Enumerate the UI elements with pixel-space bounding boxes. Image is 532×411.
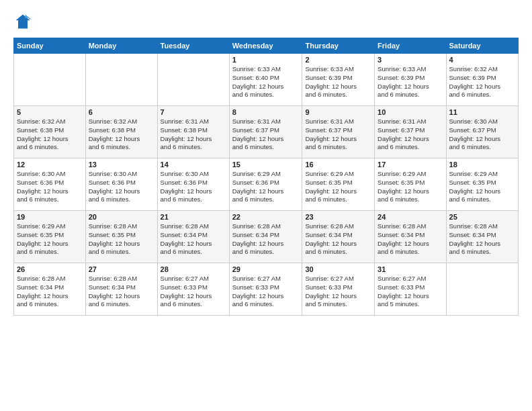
day-info: Sunrise: 6:32 AM Sunset: 6:39 PM Dayligh… bbox=[449, 65, 515, 99]
calendar-cell: 29Sunrise: 6:27 AM Sunset: 6:33 PM Dayli… bbox=[229, 263, 302, 316]
calendar-cell bbox=[446, 263, 518, 316]
day-number: 22 bbox=[232, 213, 300, 221]
page: SundayMondayTuesdayWednesdayThursdayFrid… bbox=[0, 0, 532, 411]
calendar-cell: 30Sunrise: 6:27 AM Sunset: 6:33 PM Dayli… bbox=[302, 263, 375, 316]
calendar-cell: 16Sunrise: 6:29 AM Sunset: 6:35 PM Dayli… bbox=[302, 158, 375, 211]
calendar-cell: 18Sunrise: 6:29 AM Sunset: 6:35 PM Dayli… bbox=[446, 158, 518, 211]
day-info: Sunrise: 6:28 AM Sunset: 6:34 PM Dayligh… bbox=[89, 275, 154, 309]
day-number: 12 bbox=[17, 161, 83, 169]
day-info: Sunrise: 6:29 AM Sunset: 6:35 PM Dayligh… bbox=[305, 170, 371, 204]
day-number: 9 bbox=[305, 108, 371, 116]
day-info: Sunrise: 6:28 AM Sunset: 6:34 PM Dayligh… bbox=[305, 222, 371, 257]
day-info: Sunrise: 6:29 AM Sunset: 6:35 PM Dayligh… bbox=[378, 170, 443, 204]
calendar-cell: 2Sunrise: 6:33 AM Sunset: 6:39 PM Daylig… bbox=[302, 54, 375, 106]
calendar-cell: 25Sunrise: 6:28 AM Sunset: 6:34 PM Dayli… bbox=[446, 211, 518, 263]
day-number: 21 bbox=[161, 213, 226, 221]
calendar-cell: 7Sunrise: 6:31 AM Sunset: 6:38 PM Daylig… bbox=[157, 106, 229, 158]
weekday-header-tuesday: Tuesday bbox=[157, 38, 229, 54]
day-info: Sunrise: 6:27 AM Sunset: 6:33 PM Dayligh… bbox=[305, 275, 371, 309]
weekday-header-wednesday: Wednesday bbox=[229, 38, 302, 54]
calendar-cell: 20Sunrise: 6:28 AM Sunset: 6:35 PM Dayli… bbox=[85, 211, 157, 263]
day-number: 7 bbox=[161, 108, 226, 116]
day-number: 8 bbox=[232, 108, 300, 116]
day-number: 28 bbox=[161, 265, 226, 273]
calendar-cell: 26Sunrise: 6:28 AM Sunset: 6:34 PM Dayli… bbox=[14, 263, 86, 316]
day-number: 2 bbox=[305, 56, 371, 64]
day-number: 13 bbox=[89, 161, 154, 169]
weekday-header-monday: Monday bbox=[85, 38, 157, 54]
day-info: Sunrise: 6:29 AM Sunset: 6:35 PM Dayligh… bbox=[449, 170, 515, 204]
calendar-cell bbox=[157, 54, 229, 106]
week-row-2: 5Sunrise: 6:32 AM Sunset: 6:38 PM Daylig… bbox=[14, 106, 519, 158]
day-number: 25 bbox=[449, 213, 515, 221]
weekday-header-thursday: Thursday bbox=[302, 38, 375, 54]
calendar-cell: 3Sunrise: 6:33 AM Sunset: 6:39 PM Daylig… bbox=[375, 54, 446, 106]
day-number: 10 bbox=[378, 108, 443, 116]
day-info: Sunrise: 6:30 AM Sunset: 6:36 PM Dayligh… bbox=[17, 170, 83, 204]
calendar-cell bbox=[14, 54, 86, 106]
calendar-cell: 24Sunrise: 6:28 AM Sunset: 6:34 PM Dayli… bbox=[375, 211, 446, 263]
day-info: Sunrise: 6:29 AM Sunset: 6:35 PM Dayligh… bbox=[17, 222, 83, 257]
day-number: 31 bbox=[378, 265, 443, 273]
day-info: Sunrise: 6:31 AM Sunset: 6:37 PM Dayligh… bbox=[378, 118, 443, 152]
day-info: Sunrise: 6:27 AM Sunset: 6:33 PM Dayligh… bbox=[161, 275, 226, 309]
day-number: 6 bbox=[89, 108, 154, 116]
logo-icon bbox=[13, 12, 32, 31]
calendar-cell: 17Sunrise: 6:29 AM Sunset: 6:35 PM Dayli… bbox=[375, 158, 446, 211]
day-info: Sunrise: 6:27 AM Sunset: 6:33 PM Dayligh… bbox=[378, 275, 443, 309]
calendar-cell: 28Sunrise: 6:27 AM Sunset: 6:33 PM Dayli… bbox=[157, 263, 229, 316]
calendar-cell: 31Sunrise: 6:27 AM Sunset: 6:33 PM Dayli… bbox=[375, 263, 446, 316]
calendar-cell: 10Sunrise: 6:31 AM Sunset: 6:37 PM Dayli… bbox=[375, 106, 446, 158]
day-number: 18 bbox=[449, 161, 515, 169]
day-number: 3 bbox=[378, 56, 443, 64]
calendar-cell: 27Sunrise: 6:28 AM Sunset: 6:34 PM Dayli… bbox=[85, 263, 157, 316]
day-info: Sunrise: 6:30 AM Sunset: 6:36 PM Dayligh… bbox=[89, 170, 154, 204]
day-number: 11 bbox=[449, 108, 515, 116]
logo bbox=[13, 12, 35, 31]
calendar-cell: 13Sunrise: 6:30 AM Sunset: 6:36 PM Dayli… bbox=[85, 158, 157, 211]
calendar-cell: 15Sunrise: 6:29 AM Sunset: 6:36 PM Dayli… bbox=[229, 158, 302, 211]
calendar-cell: 22Sunrise: 6:28 AM Sunset: 6:34 PM Dayli… bbox=[229, 211, 302, 263]
day-info: Sunrise: 6:31 AM Sunset: 6:38 PM Dayligh… bbox=[161, 118, 226, 152]
weekday-header-row: SundayMondayTuesdayWednesdayThursdayFrid… bbox=[14, 38, 519, 54]
day-number: 19 bbox=[17, 213, 83, 221]
calendar-cell bbox=[85, 54, 157, 106]
calendar-cell: 23Sunrise: 6:28 AM Sunset: 6:34 PM Dayli… bbox=[302, 211, 375, 263]
weekday-header-sunday: Sunday bbox=[14, 38, 86, 54]
day-number: 16 bbox=[305, 161, 371, 169]
header bbox=[13, 12, 519, 31]
week-row-4: 19Sunrise: 6:29 AM Sunset: 6:35 PM Dayli… bbox=[14, 211, 519, 263]
day-info: Sunrise: 6:31 AM Sunset: 6:37 PM Dayligh… bbox=[305, 118, 371, 152]
calendar-cell: 6Sunrise: 6:32 AM Sunset: 6:38 PM Daylig… bbox=[85, 106, 157, 158]
day-info: Sunrise: 6:32 AM Sunset: 6:38 PM Dayligh… bbox=[89, 118, 154, 152]
weekday-header-friday: Friday bbox=[375, 38, 446, 54]
day-info: Sunrise: 6:28 AM Sunset: 6:34 PM Dayligh… bbox=[232, 222, 300, 257]
day-info: Sunrise: 6:28 AM Sunset: 6:34 PM Dayligh… bbox=[449, 222, 515, 257]
calendar-cell: 14Sunrise: 6:30 AM Sunset: 6:36 PM Dayli… bbox=[157, 158, 229, 211]
day-info: Sunrise: 6:32 AM Sunset: 6:38 PM Dayligh… bbox=[17, 118, 83, 152]
day-info: Sunrise: 6:33 AM Sunset: 6:39 PM Dayligh… bbox=[378, 65, 443, 99]
calendar-cell: 21Sunrise: 6:28 AM Sunset: 6:34 PM Dayli… bbox=[157, 211, 229, 263]
day-info: Sunrise: 6:33 AM Sunset: 6:40 PM Dayligh… bbox=[232, 65, 300, 99]
day-number: 24 bbox=[378, 213, 443, 221]
day-number: 26 bbox=[17, 265, 83, 273]
calendar-cell: 19Sunrise: 6:29 AM Sunset: 6:35 PM Dayli… bbox=[14, 211, 86, 263]
calendar-cell: 8Sunrise: 6:31 AM Sunset: 6:37 PM Daylig… bbox=[229, 106, 302, 158]
day-number: 4 bbox=[449, 56, 515, 64]
week-row-5: 26Sunrise: 6:28 AM Sunset: 6:34 PM Dayli… bbox=[14, 263, 519, 316]
calendar-cell: 11Sunrise: 6:30 AM Sunset: 6:37 PM Dayli… bbox=[446, 106, 518, 158]
day-info: Sunrise: 6:28 AM Sunset: 6:34 PM Dayligh… bbox=[161, 222, 226, 257]
day-info: Sunrise: 6:31 AM Sunset: 6:37 PM Dayligh… bbox=[232, 118, 300, 152]
day-number: 27 bbox=[89, 265, 154, 273]
day-number: 30 bbox=[305, 265, 371, 273]
calendar-cell: 1Sunrise: 6:33 AM Sunset: 6:40 PM Daylig… bbox=[229, 54, 302, 106]
day-info: Sunrise: 6:28 AM Sunset: 6:34 PM Dayligh… bbox=[378, 222, 443, 257]
day-number: 14 bbox=[161, 161, 226, 169]
day-info: Sunrise: 6:30 AM Sunset: 6:37 PM Dayligh… bbox=[449, 118, 515, 152]
day-number: 29 bbox=[232, 265, 300, 273]
day-number: 15 bbox=[232, 161, 300, 169]
calendar-cell: 4Sunrise: 6:32 AM Sunset: 6:39 PM Daylig… bbox=[446, 54, 518, 106]
day-info: Sunrise: 6:30 AM Sunset: 6:36 PM Dayligh… bbox=[161, 170, 226, 204]
day-number: 23 bbox=[305, 213, 371, 221]
calendar-cell: 12Sunrise: 6:30 AM Sunset: 6:36 PM Dayli… bbox=[14, 158, 86, 211]
